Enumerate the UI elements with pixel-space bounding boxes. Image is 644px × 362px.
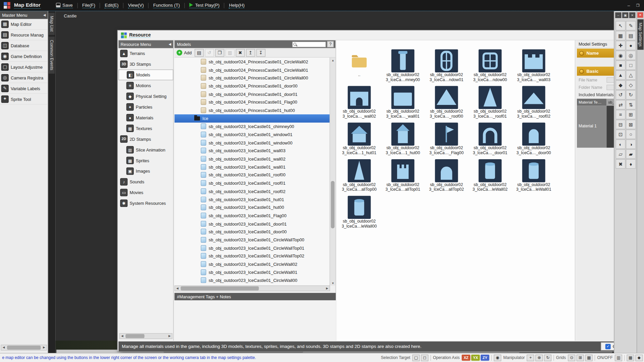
grid-item[interactable]: sb_obj_outdoor023_IceCa…_wall02 [338,86,380,118]
grid-item[interactable]: sb_obj_outdoor023_IceCa…_roof01 [469,86,511,118]
tab-common-events[interactable]: Common Events [49,37,55,73]
model-list-item[interactable]: sb_obj_outdoor024_PrincessCastle01_Circl… [174,74,330,82]
add-button[interactable]: + Add [176,50,192,55]
grid-item[interactable]: sb_obj_outdoor023_IceCa…_roof00 [426,86,468,118]
grid-item[interactable]: sb_obj_outdoor023_IceCa…_wall01 [382,86,424,118]
resource-menu-item-physical-setting[interactable]: ◆Physical Setting [118,91,173,102]
corner-icon-1[interactable]: ▦ [627,354,634,361]
material-column-header[interactable]: Material Te… [577,99,606,106]
map-tool-icon-26[interactable]: ◑ [626,139,636,149]
manipulator-icon-1[interactable]: + [527,354,534,361]
model-list-item[interactable]: sb_obj_outdoor023_IceCastle01_door00 [174,228,330,236]
map-tool-icon-6[interactable]: ● [626,41,636,50]
map-tool-icon-19[interactable]: ≡ [615,110,625,119]
map-tool-icon-28[interactable]: ▰ [626,149,636,159]
onoff-icon[interactable]: ▥ [615,354,622,361]
resource-menu-item-3d-stamps[interactable]: 3D3D Stamps [118,59,173,69]
model-list-item[interactable]: sb_obj_outdoor024_PrincessCastle01_Circl… [174,58,330,66]
grid-item[interactable]: sb_obj_outdoor023_IceCa…leWall01 [513,159,555,192]
map-tool-icon-16[interactable]: ↻ [626,90,636,100]
close-panel-icon[interactable]: ✕ [629,12,635,18]
scrollbar-thumb[interactable] [181,286,259,290]
model-list-item[interactable]: sb_obj_outdoor024_PrincessCastle01_Flag0… [174,98,330,106]
minimize-icon[interactable] [624,2,633,9]
grid-item[interactable]: sb_obj_outdoor023_IceCa…allTop02 [426,159,468,192]
grid-item[interactable]: sb_obj_outdoor023_IceCa…ndow00 [469,49,511,82]
menu-edit[interactable]: Edit(E) [105,2,118,8]
sidebar-item-sprite-tool[interactable]: ✦Sprite Tool [0,94,48,105]
model-list-item[interactable]: sb_obj_outdoor023_IceCastle01_CircleWall… [174,268,330,276]
model-list-item[interactable]: sb_obj_outdoor023_IceCastle01_CircleWall… [174,244,330,252]
resource-menu-item-sprites[interactable]: ▩Sprites [118,155,173,166]
search-box[interactable] [292,41,326,47]
tab-map-list[interactable]: Map List [49,13,55,35]
model-list-item[interactable]: sb_obj_outdoor023_IceCastle01_wall03 [174,147,330,155]
model-list-item[interactable]: sb_obj_outdoor024_PrincessCastle01_Circl… [174,66,330,74]
add-folder-icon[interactable]: ▤ [195,49,204,56]
collapse-icon[interactable]: ◀ [43,13,46,17]
map-tool-icon-8[interactable]: ◎ [626,51,636,60]
menu-file[interactable]: File(F) [82,2,95,8]
copy-icon[interactable]: ❐ [215,49,224,56]
map-tool-icon-15[interactable]: ↺ [615,90,625,100]
selection-target-icon-2[interactable]: ◻ [421,354,428,361]
model-list-item[interactable]: sb_obj_outdoor023_IceCastle01_CircleWall… [174,260,330,268]
model-list-item[interactable]: sb_obj_outdoor023_IceCastle01_roof00 [174,171,330,179]
scroll-right-icon[interactable]: ▶ [167,334,172,339]
grid-item[interactable]: sb_obj_outdoor023_IceCa…ndow01 [426,49,468,82]
resource-menu-scrollbar[interactable]: ◀ ▶ [119,333,172,339]
map-tool-icon-13[interactable]: ◆ [615,80,625,89]
model-list-item[interactable]: sb_obj_outdoor023_IceCastle01_window01 [174,130,330,138]
master-menu-scrollbar[interactable]: ◀ ▶ [1,345,47,350]
dialog-title-bar[interactable]: Resource [118,31,644,40]
map-tool-icon-20[interactable]: ⊞ [626,110,636,119]
map-tool-icon-3[interactable]: ▦ [615,31,625,40]
map-tool-icon-11[interactable]: ▲ [615,70,625,80]
grid-item[interactable]: sb_obj_outdoor023_IceCa…allTop00 [338,159,380,192]
model-list-item[interactable]: sb_obj_outdoor023_IceCastle01_wall01 [174,163,330,171]
model-list-item[interactable]: sb_obj_outdoor023_IceCastle01_CircleWall… [174,252,330,260]
model-list-item[interactable]: sb_obj_outdoor023_IceCastle01_CircleWall… [174,276,330,284]
resource-menu-item-models[interactable]: ◧Models [118,69,173,80]
minimize-panel-icon[interactable]: – [615,12,621,18]
grid-item[interactable]: sb_obj_outdoor023_IceCa…allTop01 [382,159,424,192]
scrollbar-thumb[interactable] [331,181,334,228]
menu-help[interactable]: Help(H) [229,2,245,8]
help-button[interactable]: ? [327,41,334,47]
resource-menu-item-system-resources[interactable]: ✱System Resources [118,198,173,208]
grid-item[interactable]: sb_obj_outdoor023_IceCa…_Flag00 [426,123,468,155]
menu-functions[interactable]: Functions (T) [153,2,180,8]
resource-menu-item-terrains[interactable]: ▲Terrains [118,48,173,59]
grid-item[interactable]: sb_obj_outdoor023_IceCa…_roof02 [513,86,555,118]
import-icon[interactable]: ↧ [256,49,265,56]
map-tool-icon-17[interactable]: ⇄ [615,100,625,109]
scroll-down-icon[interactable]: ▼ [330,281,336,286]
resource-menu-item-movies[interactable]: ▭Movies [118,187,173,198]
grid-item[interactable]: sb_obj_outdoor023_IceCa…_door00 [513,123,555,155]
pin-icon[interactable]: ▣ [622,12,628,18]
management-tags-body[interactable] [174,300,336,341]
grid-icon-3[interactable]: ▦ [585,354,593,361]
model-list-vertical-scrollbar[interactable]: ▲ ▼ [330,58,335,286]
manipulator-icon-3[interactable]: ↻ [544,354,551,361]
resource-menu-item-particles[interactable]: ✦Particles [118,102,173,112]
model-list-item[interactable]: sb_obj_outdoor023_IceCastle01_window00 [174,138,330,146]
grid-icon-1[interactable]: ⊙ [568,354,575,361]
map-tool-icon-21[interactable]: ⊟ [615,120,625,129]
grid-icon-2[interactable]: ⊞ [577,354,584,361]
model-list-item[interactable]: sb_obj_outdoor023_IceCastle01_roof02 [174,187,330,195]
map-tool-icon-27[interactable]: ▱ [615,149,625,159]
sidebar-item-game-definition[interactable]: ◉Game Definition [0,51,48,62]
sidebar-item-database[interactable]: ◫Database [0,40,48,51]
grid-item[interactable]: sb_obj_outdoor023_IceCa…1_hut01 [338,123,380,155]
resource-menu-item-textures[interactable]: ▦Textures [118,123,173,134]
model-list-item[interactable]: sb_obj_outdoor023_IceCastle01_roof01 [174,179,330,187]
sidebar-item-camera-registration[interactable]: ◎Camera Registra [0,72,48,83]
test-play-button[interactable]: Test Play(P) [190,2,220,8]
model-list-item[interactable]: sb_obj_outdoor023_IceCastle01_door01 [174,220,330,228]
scroll-up-icon[interactable]: ▲ [330,58,336,63]
menu-view[interactable]: View(V) [128,2,144,8]
map-tool-icon-7[interactable]: ◉ [615,51,625,60]
grid-item[interactable]: sb_obj_outdoor023_IceCa…leWall02 [469,159,511,192]
model-list-item[interactable]: sb_obj_outdoor023_IceCastle01_hut00 [174,203,330,212]
